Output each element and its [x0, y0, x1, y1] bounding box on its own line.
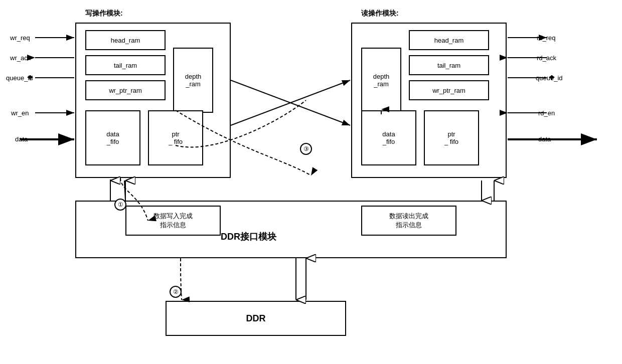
svg-line-30	[231, 80, 350, 125]
signal-rd-req: rd_req	[537, 34, 556, 42]
diagram-container: 写操作模块: head_ram tail_ram wr_ptr_ram dept…	[0, 0, 622, 364]
read-data-fifo: data_fifo	[361, 110, 416, 165]
circle-three: ③	[300, 143, 312, 155]
read-module-label: 读操作模块:	[361, 9, 399, 18]
signal-wr-ack: wr_ack	[10, 54, 31, 62]
write-data-fifo: data_fifo	[85, 110, 140, 165]
write-complete-box: 数据写入完成指示信息	[125, 206, 221, 236]
circle-one: ①	[114, 199, 126, 211]
svg-line-29	[231, 80, 350, 125]
write-head-ram: head_ram	[85, 30, 166, 50]
signal-rd-en: rd_en	[538, 109, 555, 117]
ddr-label: DDR	[246, 313, 266, 324]
read-head-ram: head_ram	[409, 30, 489, 50]
write-tail-ram: tail_ram	[85, 55, 166, 75]
signal-queue-id-left: queue_id	[6, 74, 33, 82]
read-tail-ram: tail_ram	[409, 55, 489, 75]
write-wr-ptr-ram: wr_ptr_ram	[85, 80, 166, 100]
read-ptr-fifo: ptr_ fifo	[424, 110, 479, 165]
signal-rd-ack: rd_ack	[537, 54, 556, 62]
ddr-box: DDR	[166, 301, 346, 336]
signal-wr-en: wr_en	[11, 109, 29, 117]
signal-wr-req: wr_req	[10, 34, 30, 42]
circle-two: ②	[170, 286, 182, 298]
signal-data-right: data	[538, 135, 551, 143]
svg-line-24	[124, 180, 125, 201]
signal-queue-id-right: queue_id	[536, 74, 563, 82]
write-module-label: 写操作模块:	[85, 9, 123, 18]
read-wr-ptr-ram: wr_ptr_ram	[409, 80, 489, 100]
read-complete-box: 数据读出完成指示信息	[361, 206, 456, 236]
ddr-interface-label: DDR接口模块	[221, 231, 276, 243]
read-depth-ram: depth_ram	[361, 48, 401, 113]
signal-data-left: data	[15, 135, 28, 143]
write-ptr-fifo: ptr_ fifo	[148, 110, 203, 165]
write-depth-ram: depth_ram	[173, 48, 213, 113]
